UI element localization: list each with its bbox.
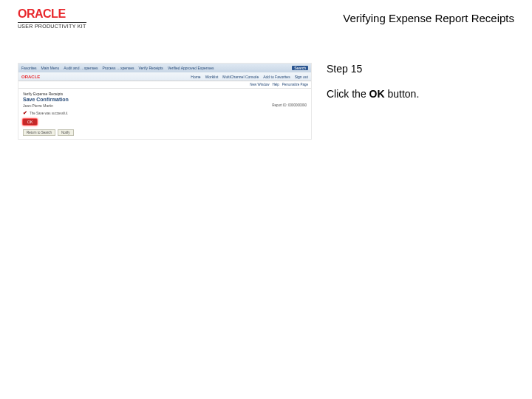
search-button[interactable]: Search: [292, 66, 308, 70]
oracle-logo: ORACLE: [18, 7, 86, 21]
nav-crumb: Verify Receipts: [139, 66, 163, 70]
user-name: Jean-Pierre Martin: [23, 103, 53, 108]
nav-crumb: Verified Approved Expenses: [168, 66, 214, 70]
link-signout[interactable]: Sign out: [295, 75, 308, 79]
nav-crumb: Audit and …xpenses: [64, 66, 98, 70]
report-id: Report ID: 0000000090: [272, 103, 307, 108]
section-heading: Verify Expense Receipts: [23, 92, 307, 96]
brand-subtitle: USER PRODUCTIVITY KIT: [18, 22, 86, 29]
nav-main-menu: Main Menu: [41, 66, 60, 70]
link-personalize[interactable]: Personalize Page: [282, 83, 308, 86]
nav-crumb: Process …xpenses: [102, 66, 134, 70]
nav-favorites: Favorites: [21, 66, 37, 70]
link-new-window[interactable]: New Window: [250, 83, 269, 86]
link-help[interactable]: Help: [272, 83, 279, 86]
inner-oracle-logo: ORACLE: [21, 75, 40, 79]
link-multichannel[interactable]: MultiChannel Console: [222, 75, 259, 79]
notify-button[interactable]: Notify: [58, 129, 74, 136]
link-worklist[interactable]: Worklist: [205, 75, 219, 79]
brand: ORACLE USER PRODUCTIVITY KIT: [18, 7, 86, 29]
step-number: Step 15: [327, 63, 514, 75]
checkmark-icon: ✔: [23, 110, 27, 116]
subsection-heading: Save Confirmation: [23, 97, 69, 102]
link-favorites[interactable]: Add to Favorites: [263, 75, 290, 79]
instruction-panel: Step 15 Click the OK button.: [327, 63, 514, 140]
step-instruction: Click the OK button.: [327, 88, 514, 100]
return-to-search-button[interactable]: Return to Search: [23, 129, 55, 136]
link-home[interactable]: Home: [191, 75, 200, 79]
embedded-screenshot: Favorites Main Menu Audit and …xpenses P…: [18, 63, 312, 140]
confirmation-message: The Save was successful.: [30, 112, 68, 115]
page-title: Verifying Expense Report Receipts: [343, 7, 514, 24]
ok-button[interactable]: OK: [23, 119, 37, 125]
